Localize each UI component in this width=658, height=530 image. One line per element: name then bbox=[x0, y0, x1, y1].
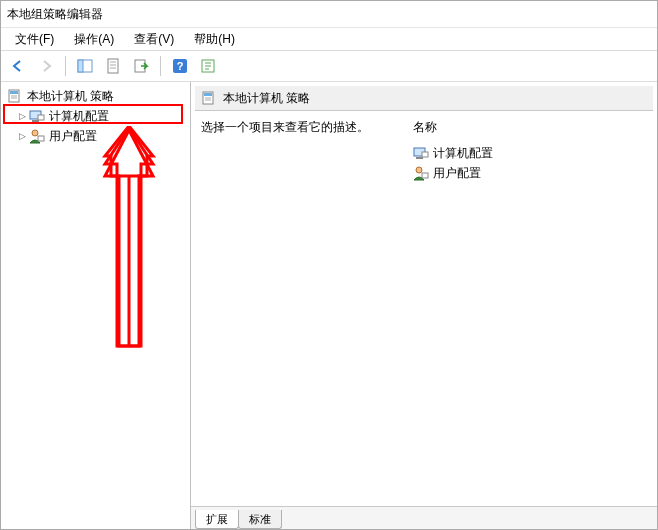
menu-view[interactable]: 查看(V) bbox=[124, 29, 184, 50]
details-pane: 本地计算机 策略 选择一个项目来查看它的描述。 名称 bbox=[191, 82, 657, 529]
svg-rect-21 bbox=[204, 93, 212, 96]
svg-point-27 bbox=[416, 167, 422, 173]
separator bbox=[160, 56, 161, 76]
group-policy-editor-window: 本地组策略编辑器 文件(F) 操作(A) 查看(V) 帮助(H) bbox=[0, 0, 658, 530]
svg-rect-2 bbox=[108, 59, 118, 73]
list-item-computer-config[interactable]: 计算机配置 bbox=[413, 143, 647, 163]
policy-icon bbox=[201, 90, 217, 106]
svg-rect-16 bbox=[38, 115, 44, 120]
show-hide-tree-button[interactable] bbox=[72, 53, 98, 79]
details-title: 本地计算机 策略 bbox=[223, 90, 310, 107]
filter-button[interactable] bbox=[195, 53, 221, 79]
user-icon bbox=[413, 165, 429, 181]
computer-icon bbox=[29, 108, 45, 124]
svg-rect-1 bbox=[78, 60, 83, 72]
svg-rect-26 bbox=[422, 152, 428, 157]
tree-item-label: 用户配置 bbox=[49, 128, 97, 145]
details-header: 本地计算机 策略 bbox=[195, 86, 653, 111]
list-item-user-config[interactable]: 用户配置 bbox=[413, 163, 647, 183]
svg-marker-19 bbox=[105, 128, 153, 346]
panes-icon bbox=[77, 58, 93, 74]
help-icon: ? bbox=[172, 58, 188, 74]
tree-item-user-config[interactable]: ▷ 用户配置 bbox=[1, 126, 190, 146]
expander-icon[interactable]: ▷ bbox=[17, 131, 27, 141]
title-bar: 本地组策略编辑器 bbox=[1, 1, 657, 28]
list-item-label: 计算机配置 bbox=[433, 145, 493, 162]
export-icon bbox=[133, 58, 149, 74]
details-body: 选择一个项目来查看它的描述。 名称 计算机配置 bbox=[195, 111, 653, 506]
arrow-right-icon bbox=[38, 58, 54, 74]
back-button[interactable] bbox=[5, 53, 31, 79]
menu-file[interactable]: 文件(F) bbox=[5, 29, 64, 50]
tree-root-label: 本地计算机 策略 bbox=[27, 88, 114, 105]
name-column-header[interactable]: 名称 bbox=[413, 119, 647, 139]
description-text: 选择一个项目来查看它的描述。 bbox=[201, 119, 401, 136]
policy-icon bbox=[7, 88, 23, 104]
annotation-arrow-icon bbox=[99, 126, 159, 356]
document-icon bbox=[105, 58, 121, 74]
properties-button[interactable] bbox=[100, 53, 126, 79]
svg-rect-18 bbox=[38, 136, 44, 141]
help-button[interactable]: ? bbox=[167, 53, 193, 79]
navigation-tree: 本地计算机 策略 ▷ 计算机配置 ▷ bbox=[1, 82, 191, 529]
content-area: 本地计算机 策略 ▷ 计算机配置 ▷ bbox=[1, 82, 657, 529]
tab-standard[interactable]: 标准 bbox=[238, 510, 282, 529]
forward-button[interactable] bbox=[33, 53, 59, 79]
expander-icon[interactable]: ▷ bbox=[17, 111, 27, 121]
tree-root-local-policy[interactable]: 本地计算机 策略 bbox=[1, 86, 190, 106]
svg-rect-28 bbox=[422, 173, 428, 178]
list-item-label: 用户配置 bbox=[433, 165, 481, 182]
arrow-left-icon bbox=[10, 58, 26, 74]
tab-extended[interactable]: 扩展 bbox=[195, 510, 239, 529]
description-column: 选择一个项目来查看它的描述。 bbox=[195, 111, 407, 506]
menu-bar: 文件(F) 操作(A) 查看(V) 帮助(H) bbox=[1, 28, 657, 51]
filter-icon bbox=[200, 58, 216, 74]
svg-text:?: ? bbox=[177, 60, 184, 72]
menu-help[interactable]: 帮助(H) bbox=[184, 29, 245, 50]
computer-icon bbox=[413, 145, 429, 161]
svg-point-17 bbox=[32, 130, 38, 136]
export-list-button[interactable] bbox=[128, 53, 154, 79]
item-list-column: 名称 计算机配置 bbox=[407, 111, 653, 506]
tree-item-label: 计算机配置 bbox=[49, 108, 109, 125]
svg-rect-11 bbox=[10, 91, 18, 94]
annotation-arrow-icon bbox=[99, 126, 159, 356]
user-icon bbox=[29, 128, 45, 144]
toolbar: ? bbox=[1, 51, 657, 82]
tab-strip: 扩展 标准 bbox=[191, 506, 657, 529]
window-title: 本地组策略编辑器 bbox=[7, 6, 103, 23]
menu-action[interactable]: 操作(A) bbox=[64, 29, 124, 50]
separator bbox=[65, 56, 66, 76]
tree-item-computer-config[interactable]: ▷ 计算机配置 bbox=[1, 106, 190, 126]
